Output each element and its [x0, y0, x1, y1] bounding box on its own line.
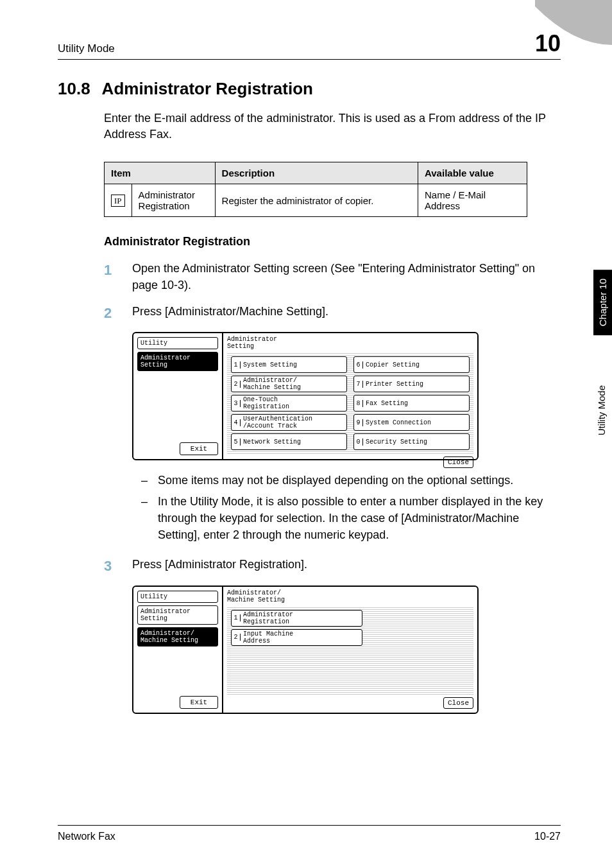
admin-machine-setting-screen: Utility Administrator Setting Administra…: [132, 586, 479, 714]
footer-left: Network Fax: [58, 831, 115, 842]
screen1-btn-network-setting[interactable]: 5Network Setting: [231, 433, 347, 450]
screen1-exit-button[interactable]: Exit: [180, 442, 218, 455]
page-footer: Network Fax 10-27: [58, 825, 561, 842]
admin-setting-screen: Utility Administrator Setting Exit Admin…: [132, 332, 479, 460]
screen1-btn-security-setting[interactable]: 0Security Setting: [353, 433, 470, 450]
cell-item: Administrator Registration: [132, 184, 215, 217]
chapter-number: 10: [535, 32, 561, 55]
screen2-close-button[interactable]: Close: [443, 697, 473, 709]
screen1-btn-userauth-account[interactable]: 4UserAuthentication /Account Track: [231, 414, 347, 431]
step-1: 1 Open the Administrator Setting screen …: [104, 260, 561, 293]
screen2-admin-setting-tab[interactable]: Administrator Setting: [137, 605, 218, 625]
screen1-admin-setting-tab[interactable]: Administrator Setting: [137, 352, 218, 371]
th-avail: Available value: [418, 162, 527, 184]
screen2-btn-admin-registration[interactable]: 1Administrator Registration: [231, 610, 362, 627]
screen1-btn-system-connection[interactable]: 9System Connection: [353, 414, 470, 431]
th-desc: Description: [215, 162, 418, 184]
screen2-button-grid: 1Administrator Registration 2Input Machi…: [227, 606, 473, 695]
cell-desc: Register the administrator of copier.: [215, 184, 418, 217]
ip-badge: IP: [111, 195, 125, 207]
table-row: IP Administrator Registration Register t…: [105, 184, 527, 217]
screen2-exit-button[interactable]: Exit: [180, 696, 218, 709]
section-title-text: Administrator Registration: [102, 79, 313, 98]
step-2: 2 Press [Administrator/Machine Setting].: [104, 303, 561, 324]
spec-table: Item Description Available value IP Admi…: [104, 162, 527, 217]
screen1-title: Administrator Setting: [227, 336, 473, 350]
note-2: In the Utility Mode, it is also possible…: [158, 493, 561, 543]
screen2-utility-tab[interactable]: Utility: [137, 591, 218, 603]
sub-heading: Administrator Registration: [104, 235, 561, 248]
footer-right: 10-27: [534, 831, 561, 842]
section-heading: 10.8Administrator Registration: [58, 79, 561, 99]
screen1-btn-copier-setting[interactable]: 6Copier Setting: [353, 356, 470, 373]
screen1-close-button[interactable]: Close: [443, 456, 473, 468]
screen1-utility-tab[interactable]: Utility: [137, 337, 218, 349]
header-section-label: Utility Mode: [58, 42, 115, 55]
th-item: Item: [105, 162, 216, 184]
screen1-btn-admin-machine-setting[interactable]: 2Administrator/ Machine Setting: [231, 376, 347, 392]
screen1-btn-system-setting[interactable]: 1System Setting: [231, 356, 347, 373]
screen1-button-grid: 1System Setting 6Copier Setting 2Adminis…: [227, 352, 473, 454]
notes-list: Some items may not be displayed dependin…: [132, 472, 561, 542]
screen2-admin-machine-tab[interactable]: Administrator/ Machine Setting: [137, 627, 218, 647]
step-3-text: Press [Administrator Registration].: [132, 556, 561, 577]
step-2-number: 2: [104, 303, 132, 324]
step-2-text: Press [Administrator/Machine Setting].: [132, 303, 561, 324]
step-1-text: Open the Administrator Setting screen (S…: [132, 260, 561, 293]
screen2-btn-input-machine-address[interactable]: 2Input Machine Address: [231, 629, 362, 646]
note-1: Some items may not be displayed dependin…: [158, 472, 561, 489]
step-3: 3 Press [Administrator Registration].: [104, 556, 561, 577]
screen1-btn-printer-setting[interactable]: 7Printer Setting: [353, 376, 470, 392]
step-1-number: 1: [104, 260, 132, 293]
screen1-btn-onetouch-registration[interactable]: 3One-Touch Registration: [231, 395, 347, 412]
step-3-number: 3: [104, 556, 132, 577]
screen1-btn-fax-setting[interactable]: 8Fax Setting: [353, 395, 470, 412]
cell-avail: Name / E-Mail Address: [418, 184, 527, 217]
screen2-title: Administrator/ Machine Setting: [227, 589, 473, 603]
section-number: 10.8: [58, 79, 90, 98]
intro-paragraph: Enter the E-mail address of the administ…: [104, 110, 561, 143]
